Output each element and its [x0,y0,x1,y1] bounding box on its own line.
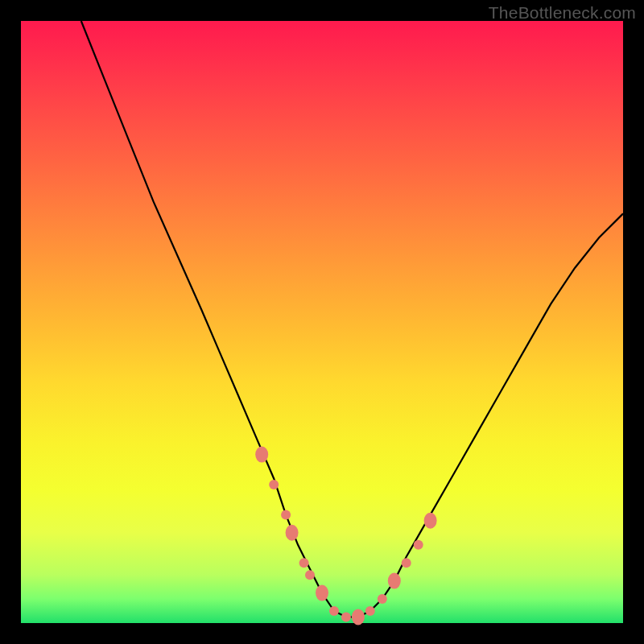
highlight-marker [365,606,375,616]
highlight-marker [316,585,328,601]
chart-frame: TheBottleneck.com [0,0,644,644]
watermark-text: TheBottleneck.com [489,3,636,23]
curve-path-group [81,21,623,617]
bottleneck-curve-path [81,21,623,617]
highlight-marker [269,480,279,489]
highlight-marker [378,594,387,604]
highlight-marker [329,606,339,616]
highlight-marker [414,540,423,550]
highlight-marker [402,558,411,568]
highlight-marker [341,613,351,622]
highlight-markers [255,447,436,625]
highlight-marker [352,609,365,625]
highlight-marker [255,447,268,463]
plot-area [21,21,623,623]
highlight-marker [388,573,401,589]
highlight-marker [299,558,309,568]
highlight-marker [424,513,437,529]
highlight-marker [286,525,299,541]
highlight-marker [305,570,315,580]
curve-svg [21,21,623,623]
highlight-marker [281,510,291,519]
